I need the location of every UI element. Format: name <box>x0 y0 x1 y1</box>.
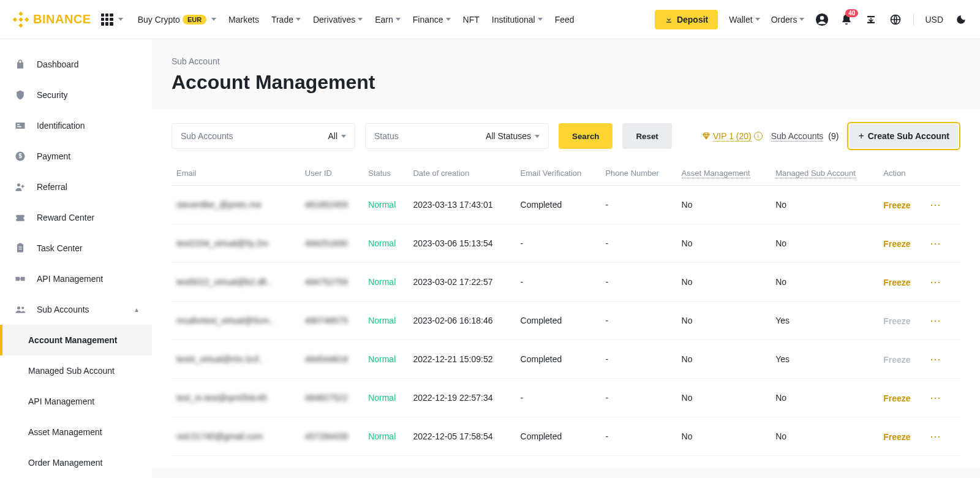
filter-sub-accounts[interactable]: Sub Accounts All <box>172 123 355 149</box>
sidebar-subitem-account-management[interactable]: Account Management <box>0 325 152 355</box>
reset-button[interactable]: Reset <box>622 123 671 149</box>
sidebar-item-payment[interactable]: $Payment <box>0 141 152 172</box>
svg-point-22 <box>17 306 20 309</box>
breadcrumb: Sub Account <box>172 56 960 66</box>
table-cell: - <box>600 417 676 456</box>
table-cell: Completed <box>516 340 601 379</box>
nav-label: NFT <box>463 15 480 25</box>
column-header: Managed Sub Account <box>771 161 878 186</box>
chevron-down-icon <box>358 18 363 21</box>
create-sub-account-button[interactable]: + Create Sub Account <box>850 124 958 148</box>
download-icon <box>665 15 673 24</box>
sidebar-item-label: Identification <box>37 121 85 131</box>
table-cell: - <box>600 340 676 379</box>
nav-label: Institutional <box>492 15 535 25</box>
table-cell: 2022-12-05 17:58:54 <box>408 417 515 456</box>
more-actions-icon[interactable]: ⋯ <box>925 353 942 365</box>
chevron-down-icon <box>538 18 543 21</box>
chevron-down-icon <box>535 135 540 138</box>
more-actions-icon[interactable]: ⋯ <box>925 392 942 404</box>
column-header: Email Verification <box>516 161 601 186</box>
freeze-button[interactable]: Freeze <box>883 432 910 442</box>
sidebar-subitem-asset-management[interactable]: Asset Management <box>0 417 152 447</box>
nav-link-feed[interactable]: Feed <box>555 15 575 25</box>
table-cell: Yes <box>771 340 878 379</box>
dashboard-icon <box>13 58 27 71</box>
search-button[interactable]: Search <box>559 123 612 149</box>
sidebar-item-sub-accounts[interactable]: Sub Accounts▴ <box>0 294 152 325</box>
column-header: User ID <box>300 161 363 186</box>
table-cell: No <box>677 417 771 456</box>
vip-text: VIP 1 (20) <box>713 131 752 142</box>
freeze-button[interactable]: Freeze <box>883 200 910 210</box>
content-panel: Sub Accounts All Status All Statuses Sea… <box>152 110 980 468</box>
chevron-down-icon <box>341 135 346 138</box>
nav-buy-crypto[interactable]: Buy Crypto EUR <box>138 15 216 25</box>
table-row: red.01740@gmail.com457284439Normal2022-1… <box>172 417 960 456</box>
nav-link-trade[interactable]: Trade <box>271 15 301 25</box>
filter-status[interactable]: Status All Statuses <box>365 123 549 149</box>
profile-icon[interactable] <box>815 13 829 26</box>
nav-label: Trade <box>271 15 293 25</box>
table-cell: 2023-03-02 17:22:57 <box>408 263 515 302</box>
sidebar-item-security[interactable]: Security <box>0 80 152 110</box>
sidebar-item-label: Sub Accounts <box>37 305 89 314</box>
sidebar-item-label: Order Management <box>28 458 102 468</box>
table-cell: test2204_virtual@5y.2m <box>172 224 300 263</box>
more-actions-icon[interactable]: ⋯ <box>925 430 942 442</box>
action-cell: Freeze ⋯ <box>878 379 960 417</box>
globe-icon[interactable] <box>889 13 902 26</box>
freeze-button[interactable]: Freeze <box>883 278 910 287</box>
sidebar-subitem-managed-sub-account[interactable]: Managed Sub Account <box>0 355 152 386</box>
theme-toggle-icon[interactable] <box>954 13 968 26</box>
sidebar-item-dashboard[interactable]: Dashboard <box>0 49 152 80</box>
filters-row: Sub Accounts All Status All Statuses Sea… <box>172 122 960 150</box>
table-cell: - <box>516 224 601 263</box>
sidebar-item-reward-center[interactable]: Reward Center <box>0 202 152 233</box>
svg-rect-10 <box>17 124 20 126</box>
table-cell: No <box>677 302 771 340</box>
sidebar-item-referral[interactable]: Referral <box>0 172 152 202</box>
table-cell: No <box>771 379 878 417</box>
nav-link-markets[interactable]: Markets <box>228 15 259 25</box>
vip-level[interactable]: VIP 1 (20) i <box>702 131 763 142</box>
nav-link-institutional[interactable]: Institutional <box>492 15 543 25</box>
nav-orders[interactable]: Orders <box>771 15 805 25</box>
nav-wallet[interactable]: Wallet <box>729 15 760 25</box>
svg-rect-3 <box>24 17 29 21</box>
nav-link-earn[interactable]: Earn <box>375 15 401 25</box>
nav-link-nft[interactable]: NFT <box>463 15 480 25</box>
sidebar-item-identification[interactable]: Identification <box>0 110 152 141</box>
sidebar-subitem-api-management[interactable]: API Management <box>0 386 152 417</box>
nav-label: Markets <box>228 15 259 25</box>
notification-badge: 40 <box>845 9 858 17</box>
more-actions-icon[interactable]: ⋯ <box>925 276 942 288</box>
freeze-button[interactable]: Freeze <box>883 393 910 403</box>
downloads-icon[interactable] <box>864 13 878 26</box>
nav-link-finance[interactable]: Finance <box>413 15 451 25</box>
sidebar-item-task-center[interactable]: Task Center <box>0 233 152 264</box>
table-cell: 484752759 <box>300 263 363 302</box>
create-sub-account-highlight: + Create Sub Account <box>847 122 960 150</box>
page-title: Account Management <box>172 71 960 94</box>
more-actions-icon[interactable]: ⋯ <box>925 314 942 327</box>
nav-link-derivatives[interactable]: Derivatives <box>313 15 363 25</box>
deposit-button[interactable]: Deposit <box>655 10 718 29</box>
freeze-button[interactable]: Freeze <box>883 239 910 249</box>
more-actions-icon[interactable]: ⋯ <box>925 237 942 249</box>
svg-point-8 <box>19 61 21 63</box>
table-cell: 2023-03-13 17:43:01 <box>408 186 515 224</box>
table-cell: No <box>771 224 878 263</box>
sidebar-item-api-management[interactable]: API Management <box>0 264 152 294</box>
action-cell: Freeze ⋯ <box>878 340 960 379</box>
brand-logo[interactable]: BINANCE <box>12 11 91 28</box>
notifications-icon[interactable]: 40 <box>840 13 853 26</box>
table-cell: 2022-12-19 22:57:34 <box>408 379 515 417</box>
sidebar-subitem-order-management[interactable]: Order Management <box>0 447 152 478</box>
currency-selector[interactable]: USD <box>925 15 943 25</box>
table-cell: Normal <box>363 340 408 379</box>
apps-menu[interactable] <box>101 13 123 26</box>
freeze-button: Freeze <box>883 355 910 365</box>
more-actions-icon[interactable]: ⋯ <box>925 199 942 211</box>
table-cell: Completed <box>516 417 601 456</box>
